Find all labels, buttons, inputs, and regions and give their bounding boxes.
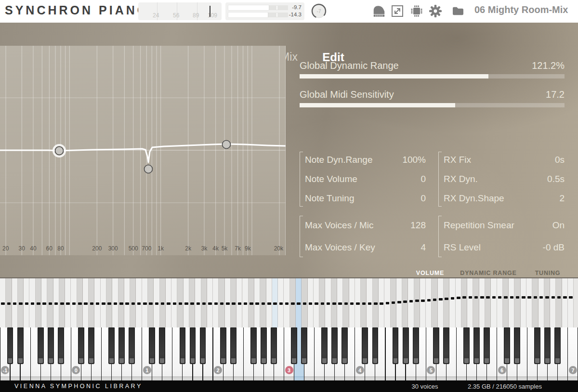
per-note-volume-strip[interactable]	[0, 278, 578, 327]
key-volume-dash[interactable]	[498, 296, 502, 299]
black-key[interactable]	[331, 327, 338, 364]
key-volume-dash[interactable]	[161, 302, 165, 305]
key-volume-dash[interactable]	[66, 302, 70, 305]
black-key[interactable]	[250, 327, 257, 364]
preset-name[interactable]: 06 Mighty Room-Mix	[474, 4, 568, 15]
key-volume-dash[interactable]	[197, 302, 200, 305]
key-volume-dash[interactable]	[338, 302, 342, 305]
strip-column[interactable]	[473, 278, 479, 327]
key-volume-dash[interactable]	[143, 302, 147, 305]
key-volume-dash[interactable]	[232, 302, 236, 305]
strip-column[interactable]	[6, 278, 12, 327]
key-volume-dash[interactable]	[244, 302, 248, 305]
strip-column[interactable]	[491, 278, 497, 327]
strip-column[interactable]	[420, 278, 426, 327]
black-key[interactable]	[108, 327, 115, 364]
strip-column[interactable]	[118, 278, 124, 327]
strip-column[interactable]	[550, 278, 556, 327]
strip-column[interactable]	[29, 278, 35, 327]
key-volume-dash[interactable]	[552, 296, 555, 299]
strip-column[interactable]	[539, 278, 544, 327]
key-volume-dash[interactable]	[42, 302, 46, 305]
key-volume-dash[interactable]	[492, 296, 496, 299]
strip-column[interactable]	[112, 278, 118, 327]
key-volume-dash[interactable]	[321, 302, 325, 305]
strip-column[interactable]	[130, 278, 136, 327]
key-volume-dash[interactable]	[167, 302, 171, 305]
strip-column[interactable]	[53, 278, 59, 327]
black-key[interactable]	[484, 327, 490, 364]
strip-column[interactable]	[526, 278, 532, 327]
key-volume-dash[interactable]	[72, 302, 76, 305]
black-key[interactable]	[301, 327, 307, 364]
key-volume-dash[interactable]	[534, 296, 538, 299]
strip-column[interactable]	[195, 278, 201, 327]
strip-column[interactable]	[314, 278, 319, 327]
resize-icon[interactable]	[391, 5, 404, 19]
key-volume-dash[interactable]	[433, 299, 437, 301]
key-volume-dash[interactable]	[415, 300, 419, 302]
key-volume-dash[interactable]	[220, 302, 224, 305]
key-volume-dash[interactable]	[451, 297, 455, 300]
key-volume-dash[interactable]	[226, 302, 230, 305]
black-key[interactable]	[321, 327, 328, 364]
param-row[interactable]: RS Level -0 dB	[438, 236, 565, 259]
chip-icon[interactable]	[410, 4, 423, 20]
param-row[interactable]: Max Voices / Key 4	[300, 236, 426, 259]
black-key[interactable]	[7, 327, 13, 364]
black-key[interactable]	[200, 327, 206, 364]
key-volume-dash[interactable]	[107, 302, 111, 305]
strip-column[interactable]	[231, 278, 236, 327]
black-key[interactable]	[291, 327, 297, 364]
key-volume-dash[interactable]	[262, 302, 265, 305]
black-key[interactable]	[433, 327, 439, 364]
strip-column[interactable]	[449, 278, 455, 327]
global-midi-sensitivity-slider[interactable]	[300, 103, 565, 107]
output-slider-1[interactable]	[228, 5, 288, 10]
strip-column[interactable]	[497, 278, 503, 327]
key-volume-dash[interactable]	[545, 296, 549, 299]
black-key[interactable]	[514, 327, 520, 364]
strip-column[interactable]	[514, 278, 520, 327]
strip-column[interactable]	[544, 278, 550, 327]
key-volume-dash[interactable]	[84, 302, 88, 305]
strip-column[interactable]	[272, 278, 278, 327]
strip-column[interactable]	[349, 278, 355, 327]
key-volume-dash[interactable]	[291, 302, 295, 305]
param-row[interactable]: RX Dyn. 0.5s	[438, 170, 565, 189]
key-volume-dash[interactable]	[184, 302, 188, 305]
key-volume-dash[interactable]	[190, 302, 194, 305]
eq-graph[interactable]: 20304060802003005007001k2k3k4k5k7k9k20k	[0, 46, 286, 255]
key-volume-dash[interactable]	[7, 302, 11, 305]
strip-column[interactable]	[355, 278, 361, 327]
strip-column[interactable]	[438, 278, 444, 327]
key-volume-dash[interactable]	[557, 296, 561, 299]
strip-column[interactable]	[36, 278, 41, 327]
strip-column[interactable]	[136, 278, 142, 327]
strip-column[interactable]	[83, 278, 89, 327]
gear-icon[interactable]	[428, 4, 443, 20]
strip-column[interactable]	[260, 278, 266, 327]
param-row[interactable]: Repetition Smear On	[438, 214, 565, 236]
strip-column[interactable]	[148, 278, 154, 327]
key-volume-dash[interactable]	[131, 302, 135, 305]
param-row[interactable]: Note Volume 0	[300, 170, 426, 189]
strip-column[interactable]	[47, 278, 53, 327]
black-key[interactable]	[159, 327, 165, 364]
strip-column[interactable]	[12, 278, 18, 327]
key-volume-dash[interactable]	[457, 297, 460, 299]
key-volume-dash[interactable]	[386, 302, 390, 304]
black-key[interactable]	[473, 327, 480, 364]
strip-column[interactable]	[142, 278, 148, 327]
strip-column[interactable]	[373, 278, 379, 327]
black-key[interactable]	[118, 327, 125, 364]
black-key[interactable]	[38, 327, 44, 364]
strip-column[interactable]	[556, 278, 562, 327]
strip-column[interactable]	[278, 278, 284, 327]
strip-column[interactable]	[243, 278, 249, 327]
key-volume-dash[interactable]	[1, 302, 5, 305]
black-key[interactable]	[534, 327, 540, 364]
strip-column[interactable]	[106, 278, 112, 327]
key-volume-dash[interactable]	[238, 302, 242, 305]
strip-column[interactable]	[467, 278, 473, 327]
